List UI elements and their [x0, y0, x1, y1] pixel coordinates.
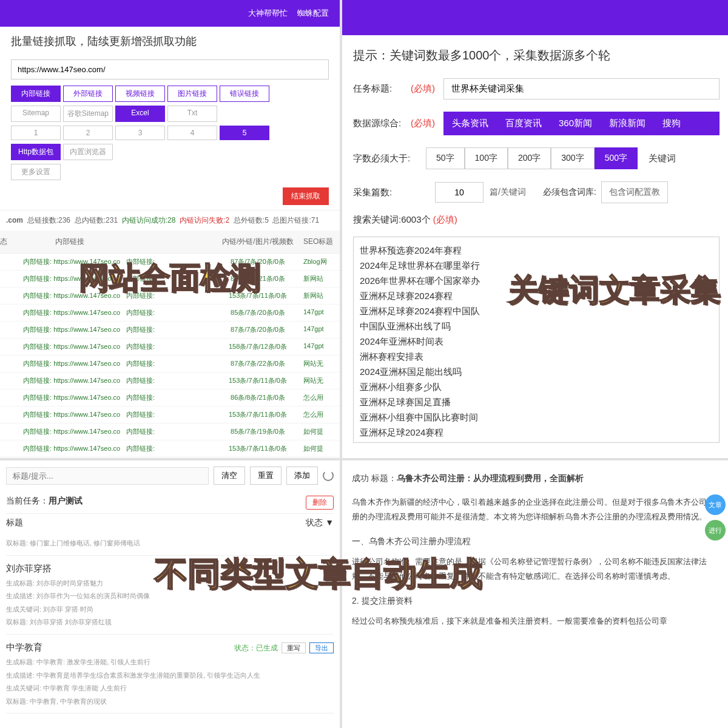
task-sub: 生成关键词: 刘亦菲 穿搭 时尚 [6, 603, 334, 616]
table-row[interactable]: 内部链接: https://www.147seo.co内部链接:87条/7条/2… [0, 356, 340, 372]
table-row[interactable]: 内部链接: https://www.147seo.co内部链接:87条/7条/2… [0, 254, 340, 271]
source-buttons: 头条资讯百度资讯360新闻新浪新闻搜狗 [443, 112, 720, 135]
link-tab-1[interactable]: 外部链接 [63, 86, 113, 102]
keyword-item: 2026年世界杯在哪个国家举办 [360, 274, 713, 289]
table-row[interactable]: 内部链接: https://www.147seo.co内部链接:85条/7条/2… [0, 305, 340, 322]
export-tab-3[interactable]: Txt [167, 106, 217, 122]
search-input[interactable] [6, 467, 209, 485]
mode-tab-1[interactable]: 内置浏览器 [63, 144, 113, 160]
page-2[interactable]: 2 [63, 126, 113, 140]
mode-tab-0[interactable]: Http数据包 [11, 144, 61, 160]
source-3[interactable]: 新浪新闻 [601, 112, 654, 135]
fab-article[interactable]: 文章 [705, 494, 726, 515]
link-tab-4[interactable]: 错误链接 [220, 86, 269, 102]
count-unit: 篇/关键词 [484, 182, 532, 203]
keyword-item: 世界杯预选赛2024年赛程 [360, 243, 713, 258]
export-button[interactable]: 导出 [309, 642, 334, 653]
task-title: 刘亦菲穿搭 [6, 561, 334, 577]
keyword-item: 洲杯赛程安排表 [360, 349, 713, 365]
tip-text: 提示：关键词数最多1000个，采集数据源多个轮 [342, 35, 728, 72]
fab-progress[interactable]: 进行 [705, 520, 726, 541]
table-header: 态内部链接内链/外链/图片/视频数SEO标题 [0, 231, 340, 254]
task-sub: 生成标题: 中学教育: 激发学生潜能, 引领人生前行 [6, 656, 334, 669]
section-2: 2. 提交注册资料 [352, 593, 721, 609]
keyword-item: 亚洲杯足球赛2024赛程中国队 [360, 304, 713, 319]
wordcount-label: 字数必须大于: [353, 153, 426, 164]
wc-50字[interactable]: 50字 [426, 147, 465, 169]
keyword-textarea[interactable]: 世界杯预选赛2024年赛程2024年足球世界杯在哪里举行2026年世界杯在哪个国… [353, 237, 720, 443]
export-tab-1[interactable]: 谷歌Sitemap [63, 106, 113, 122]
source-2[interactable]: 360新闻 [550, 112, 601, 135]
title-column: 标题 [6, 517, 23, 528]
config-button[interactable]: 包含词配置教 [601, 181, 668, 203]
table-row[interactable]: 内部链接: https://www.147seo.co内部链接:88条/7条/2… [0, 271, 340, 288]
top-nav-2 [342, 0, 728, 35]
table-row[interactable]: 内部链接: https://www.147seo.co内部链接:85条/7条/2… [0, 457, 340, 458]
wc-500字[interactable]: 500字 [595, 147, 638, 169]
wc-200字[interactable]: 200字 [508, 147, 551, 169]
source-0[interactable]: 头条资讯 [443, 112, 497, 135]
table-row[interactable]: 内部链接: https://www.147seo.co内部链接:85条/7条/1… [0, 423, 340, 440]
keyword-count: 搜索关键词:6003个 (必填) [342, 209, 728, 231]
nav-help[interactable]: 大神帮帮忙 [248, 8, 288, 19]
table-row[interactable]: 内部链接: https://www.147seo.co内部链接:158条/7条/… [0, 339, 340, 356]
source-4[interactable]: 搜狗 [654, 112, 689, 135]
nav-spider[interactable]: 蜘蛛配置 [297, 8, 329, 19]
table-row[interactable]: 内部链接: https://www.147seo.co内部链接:153条/7条/… [0, 440, 340, 457]
wc-100字[interactable]: 100字 [465, 147, 508, 169]
refresh-icon[interactable] [323, 470, 334, 481]
table-row[interactable]: 内部链接: https://www.147seo.co内部链接:86条/8条/2… [0, 389, 340, 406]
keyword-item: 亚洲杯足球赛国足直播 [360, 395, 713, 410]
wc-300字[interactable]: 300字 [551, 147, 594, 169]
end-crawl-button[interactable]: 结束抓取 [283, 187, 329, 205]
source-1[interactable]: 百度资讯 [497, 112, 550, 135]
source-label: 数据源综合: [353, 118, 411, 129]
table-row[interactable]: 内部链接: https://www.147seo.co内部链接:153条/7条/… [0, 406, 340, 423]
link-tab-0[interactable]: 内部链接 [11, 86, 61, 102]
delete-button[interactable]: 删除 [306, 496, 334, 510]
reset-button[interactable]: 重置 [250, 467, 281, 485]
page-4[interactable]: 4 [167, 126, 217, 140]
task-title: 中学教育状态：已生成重写导出 [6, 639, 334, 656]
task-title-input[interactable] [443, 78, 720, 99]
more-settings[interactable]: 更多设置 [11, 164, 61, 180]
page-1[interactable]: 1 [11, 126, 61, 140]
export-tab-2[interactable]: Excel [115, 106, 165, 122]
link-tab-3[interactable]: 图片链接 [167, 86, 217, 102]
page-3[interactable]: 3 [115, 126, 165, 140]
panel1-header: 批量链接抓取，陆续更新增强抓取功能 [0, 27, 340, 56]
task-sub: 生成标题: 刘亦菲的时尚穿搭魅力 [6, 577, 334, 590]
page-5[interactable]: 5 [220, 126, 269, 140]
task-title-label: 任务标题: [353, 83, 411, 95]
count-input[interactable] [435, 182, 484, 203]
current-task-label: 当前任务： [6, 496, 49, 505]
task-item: 刘亦菲穿搭生成标题: 刘亦菲的时尚穿搭魅力生成描述: 刘亦菲作为一位知名的演员和… [6, 556, 334, 635]
keyword-item: 亚洲杯足球赛2024赛程 [360, 289, 713, 304]
table-row[interactable]: 内部链接: https://www.147seo.co内部链接:87条/7条/2… [0, 322, 340, 339]
article-p2: 进行公司名称准。需要注意的是，根据《公司名称登记管理暂行条例》，公司名称不能违反… [352, 554, 721, 584]
table-row[interactable]: 内部链接: https://www.147seo.co内部链接:153条/7条/… [0, 372, 340, 389]
export-tab-0[interactable]: Sitemap [11, 106, 61, 122]
keyword-item: 2024亚洲杯国足能出线吗 [360, 365, 713, 380]
task-sub: 双标题: 刘亦菲穿搭 刘亦菲穿搭红毯 [6, 616, 334, 629]
keyword-label: 关键词 [649, 153, 676, 164]
keyword-item: 2024年足球世界杯在哪里举行 [360, 258, 713, 274]
wordcount-options: 50字100字200字300字500字 [426, 147, 638, 169]
clear-button[interactable]: 清空 [214, 467, 245, 485]
keyword-item: 亚洲杯足球2024赛程 [360, 425, 713, 440]
count-label: 采集篇数: [353, 187, 411, 198]
article-p3: 经过公司名称预先核准后，接下来就是准备相关注册资料。一般需要准备的资料包括公司章 [352, 614, 721, 629]
task-item: 中学教育状态：已生成重写导出生成标题: 中学教育: 激发学生潜能, 引领人生前行… [6, 635, 334, 713]
url-input[interactable] [11, 59, 329, 79]
rewrite-button[interactable]: 重写 [281, 642, 306, 653]
keyword-item: 中国队亚洲杯出线了吗 [360, 319, 713, 334]
link-tab-2[interactable]: 视频链接 [115, 86, 165, 102]
keyword-item: 2024年亚洲杯时间表 [360, 334, 713, 349]
table-row[interactable]: 内部链接: https://www.147seo.co内部链接:153条/7条/… [0, 288, 340, 305]
keyword-item: 亚洲杯小组赛多少队 [360, 380, 713, 395]
task-sub: 生成关键词: 中学教育 学生潜能 人生前行 [6, 682, 334, 695]
section-1: 一、乌鲁木齐公司注册办理流程 [352, 533, 721, 550]
task-item: 双标题: 修门窗上门维修电话, 修门窗师傅电话 [6, 532, 334, 556]
success-title: 成功 标题：乌鲁木齐公司注册：从办理流程到费用，全面解析 [352, 470, 721, 487]
add-button[interactable]: 添加 [286, 467, 318, 485]
